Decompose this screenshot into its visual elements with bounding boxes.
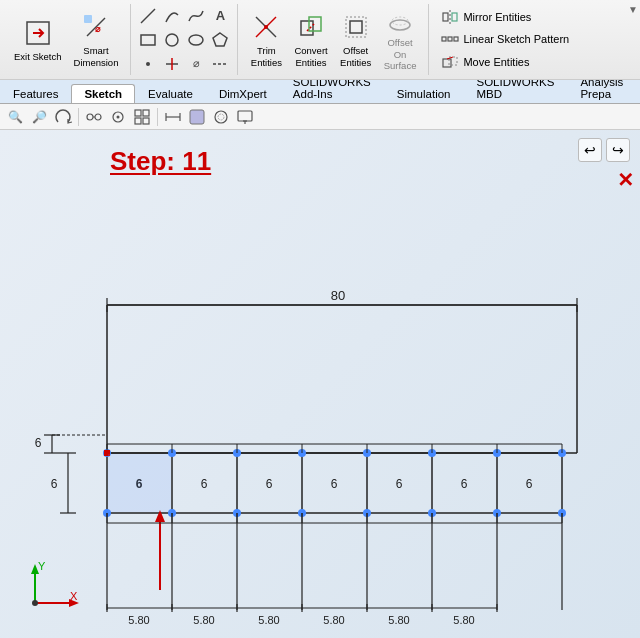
ribbon-tabs: Features Sketch Evaluate DimXpert SOLIDW… — [0, 80, 640, 104]
point-tool-icon[interactable] — [137, 53, 159, 75]
svg-text:6: 6 — [461, 477, 468, 491]
toolbar-right-group: Mirror Entities Linear Sketch Pattern — [429, 4, 638, 75]
svg-rect-18 — [350, 21, 362, 33]
svg-point-6 — [166, 34, 178, 46]
offset-entities-button[interactable]: OffsetEntities — [334, 8, 378, 72]
zoom-fit-icon[interactable]: 🔎 — [28, 106, 50, 128]
grid-icon[interactable] — [131, 106, 153, 128]
smart-dim-small-icon[interactable]: ⌀ — [185, 53, 207, 75]
tab-evaluate[interactable]: Evaluate — [135, 84, 206, 103]
svg-text:5.80: 5.80 — [193, 614, 214, 626]
svg-rect-17 — [309, 17, 321, 31]
sketch-canvas[interactable]: ↩ ↪ ✕ Step: 11 80 6 — [0, 130, 640, 638]
svg-rect-38 — [135, 118, 141, 124]
toolbar-dropdown-arrow[interactable]: ▼ — [628, 4, 638, 15]
svg-text:⌀: ⌀ — [95, 24, 101, 34]
convert-entities-icon — [295, 11, 327, 43]
svg-rect-36 — [135, 110, 141, 116]
smart-dimension-label: SmartDimension — [74, 45, 119, 68]
svg-point-7 — [189, 35, 203, 45]
hidden-lines-icon[interactable] — [210, 106, 232, 128]
mirror-entities-button[interactable]: Mirror Entities — [433, 6, 539, 28]
circle-tool-icon[interactable] — [161, 29, 183, 51]
snap-icon[interactable] — [107, 106, 129, 128]
text-tool-icon[interactable]: A — [209, 5, 231, 27]
svg-marker-8 — [213, 33, 227, 46]
rotate-icon[interactable] — [52, 106, 74, 128]
svg-text:6: 6 — [396, 477, 403, 491]
svg-rect-25 — [442, 37, 446, 41]
svg-point-15 — [264, 25, 268, 29]
tab-dimxpert[interactable]: DimXpert — [206, 84, 280, 103]
svg-point-9 — [146, 62, 150, 66]
svg-point-31 — [87, 114, 93, 120]
convert-entities-label: ConvertEntities — [294, 45, 327, 68]
smart-dimension-button[interactable]: ⌀ SmartDimension — [68, 8, 125, 72]
offset-on-surface-button[interactable]: OffsetOnSurface — [378, 8, 423, 72]
linear-sketch-pattern-icon — [441, 30, 459, 48]
svg-point-154 — [32, 600, 38, 606]
relations-icon[interactable] — [83, 106, 105, 128]
trim-entities-button[interactable]: TrimEntities — [244, 8, 288, 72]
svg-point-35 — [117, 115, 120, 118]
svg-rect-43 — [190, 110, 204, 124]
linear-sketch-pattern-label: Linear Sketch Pattern — [463, 33, 569, 45]
trim-entities-icon — [250, 11, 282, 43]
trim-entities-label: TrimEntities — [251, 45, 282, 68]
magnify-icon[interactable]: 🔍 — [4, 106, 26, 128]
ellipse-tool-icon[interactable] — [185, 29, 207, 51]
linear-sketch-pattern-button[interactable]: Linear Sketch Pattern — [433, 28, 577, 50]
move-entities-button[interactable]: Move Entities — [433, 51, 537, 73]
offset-entities-icon — [340, 11, 372, 43]
mirror-entities-icon — [441, 8, 459, 26]
arc-tool-icon[interactable] — [161, 5, 183, 27]
svg-rect-39 — [143, 118, 149, 124]
svg-text:6: 6 — [331, 477, 338, 491]
rect-tool-icon[interactable] — [137, 29, 159, 51]
svg-rect-23 — [443, 13, 448, 21]
svg-rect-24 — [452, 13, 457, 21]
exit-sketch-button[interactable]: Exit Sketch — [8, 8, 68, 72]
svg-rect-46 — [238, 111, 252, 121]
svg-rect-3 — [84, 15, 92, 23]
main-toolbar: Exit Sketch ⌀ SmartDimension — [0, 0, 640, 80]
divider-1 — [78, 108, 79, 126]
offset-on-surface-icon — [384, 7, 416, 35]
toolbar-group-entities: TrimEntities ConvertEntities OffsetEntit… — [238, 4, 429, 75]
line-tool-icon[interactable] — [137, 5, 159, 27]
offset-on-surface-label: OffsetOnSurface — [384, 37, 417, 71]
polygon-tool-icon[interactable] — [209, 29, 231, 51]
trim-small-icon[interactable] — [161, 53, 183, 75]
svg-point-32 — [95, 114, 101, 120]
svg-point-45 — [218, 114, 224, 120]
construction-icon[interactable] — [209, 53, 231, 75]
spline-tool-icon[interactable] — [185, 5, 207, 27]
svg-text:6: 6 — [35, 436, 42, 450]
svg-line-4 — [141, 9, 155, 23]
convert-entities-button[interactable]: ConvertEntities — [288, 8, 333, 72]
svg-text:Y: Y — [38, 560, 46, 572]
monitor-icon[interactable] — [234, 106, 256, 128]
tab-simulation[interactable]: Simulation — [384, 84, 464, 103]
tab-features[interactable]: Features — [0, 84, 71, 103]
svg-text:5.80: 5.80 — [128, 614, 149, 626]
svg-rect-37 — [143, 110, 149, 116]
svg-text:5.80: 5.80 — [323, 614, 344, 626]
dimension-display-icon[interactable] — [162, 106, 184, 128]
mirror-entities-label: Mirror Entities — [463, 11, 531, 23]
svg-text:5.80: 5.80 — [453, 614, 474, 626]
sketch-drawing: 80 6 — [0, 130, 640, 638]
move-entities-label: Move Entities — [463, 56, 529, 68]
svg-text:6: 6 — [526, 477, 533, 491]
svg-text:5.80: 5.80 — [388, 614, 409, 626]
tab-sketch[interactable]: Sketch — [71, 84, 135, 103]
svg-rect-16 — [301, 21, 313, 35]
toolbar-group-exit: Exit Sketch ⌀ SmartDimension — [2, 4, 131, 75]
move-entities-icon — [441, 53, 459, 71]
svg-text:6: 6 — [266, 477, 273, 491]
svg-text:5.80: 5.80 — [258, 614, 279, 626]
svg-rect-26 — [448, 37, 452, 41]
linear-sketch-pattern-row: Linear Sketch Pattern — [433, 28, 634, 50]
svg-text:80: 80 — [331, 288, 345, 303]
shaded-icon[interactable] — [186, 106, 208, 128]
